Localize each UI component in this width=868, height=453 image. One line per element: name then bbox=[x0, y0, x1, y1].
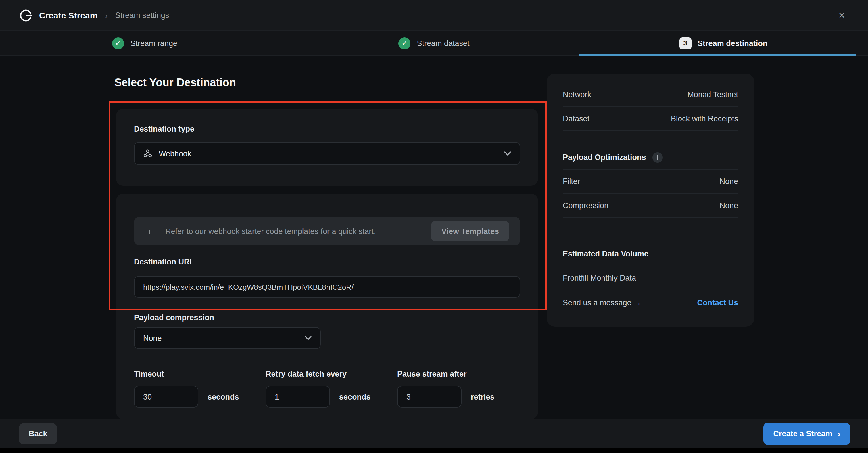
stream-summary-panel: Network Monad Testnet Dataset Block with… bbox=[547, 73, 754, 327]
step-number-badge: 3 bbox=[679, 37, 691, 49]
payload-compression-label: Payload compression bbox=[134, 313, 214, 322]
pause-input[interactable] bbox=[397, 386, 462, 407]
timeout-input[interactable] bbox=[134, 386, 198, 407]
app-window: Create Stream › Stream settings × ✓ Stre… bbox=[0, 0, 868, 453]
retry-unit: seconds bbox=[339, 392, 371, 401]
close-icon[interactable]: × bbox=[839, 10, 845, 21]
steps-bar: ✓ Stream range ✓ Stream dataset 3 Stream… bbox=[0, 31, 868, 56]
summary-row-dataset: Dataset Block with Receipts bbox=[563, 107, 738, 131]
destination-settings-card: i Refer to our webhook starter code temp… bbox=[116, 194, 538, 419]
destination-type-value: Webhook bbox=[159, 149, 191, 158]
step-label: Stream destination bbox=[698, 39, 767, 48]
summary-label: Compression bbox=[563, 201, 609, 210]
app-header: Create Stream › Stream settings × bbox=[0, 0, 868, 31]
summary-label: Dataset bbox=[563, 114, 589, 123]
view-templates-button[interactable]: View Templates bbox=[431, 221, 509, 241]
pause-unit: retries bbox=[471, 392, 495, 401]
info-icon: i bbox=[148, 227, 150, 235]
payload-compression-value: None bbox=[143, 334, 162, 342]
bottom-edge bbox=[0, 448, 868, 453]
summary-label: Network bbox=[563, 90, 591, 99]
destination-type-select[interactable]: Webhook bbox=[134, 142, 520, 165]
check-icon: ✓ bbox=[112, 37, 124, 49]
breadcrumb-separator-icon: › bbox=[105, 11, 107, 20]
pause-label: Pause stream after bbox=[397, 370, 495, 378]
step-stream-range[interactable]: ✓ Stream range bbox=[0, 31, 289, 55]
summary-value: Block with Receipts bbox=[671, 114, 738, 123]
destination-url-label: Destination URL bbox=[134, 258, 194, 266]
create-stream-button[interactable]: Create a Stream › bbox=[764, 423, 850, 445]
destination-url-input[interactable] bbox=[134, 276, 520, 298]
summary-label: Send us a message → bbox=[563, 298, 641, 307]
summary-row-contact: Send us a message → Contact Us bbox=[563, 290, 738, 314]
step-label: Stream dataset bbox=[417, 39, 469, 48]
chevron-down-icon bbox=[504, 151, 511, 156]
info-banner: i Refer to our webhook starter code temp… bbox=[134, 217, 520, 245]
destination-type-label: Destination type bbox=[134, 125, 520, 133]
footer-bar: Back Create a Stream › bbox=[0, 419, 868, 448]
page-heading: Select Your Destination bbox=[114, 77, 236, 89]
payload-optimizations-header: Payload Optimizations i bbox=[563, 146, 738, 170]
info-banner-text: Refer to our webhook starter code templa… bbox=[165, 227, 376, 235]
check-icon: ✓ bbox=[398, 37, 410, 49]
timeout-label: Timeout bbox=[134, 370, 239, 378]
summary-value: Monad Testnet bbox=[687, 90, 738, 99]
info-icon[interactable]: i bbox=[652, 152, 663, 162]
step-label: Stream range bbox=[130, 39, 178, 48]
retry-group: Retry data fetch every seconds bbox=[266, 370, 371, 407]
summary-label: Frontfill Monthly Data bbox=[563, 274, 636, 282]
chevron-down-icon bbox=[305, 336, 312, 340]
summary-row-network: Network Monad Testnet bbox=[563, 83, 738, 107]
create-stream-label: Create a Stream bbox=[773, 429, 832, 438]
webhook-icon bbox=[143, 149, 152, 158]
section-title: Payload Optimizations bbox=[563, 153, 646, 161]
summary-row-filter: Filter None bbox=[563, 170, 738, 194]
chevron-right-icon: › bbox=[838, 429, 840, 438]
breadcrumb: Stream settings bbox=[115, 11, 169, 20]
page-title: Create Stream bbox=[39, 10, 97, 20]
contact-us-link[interactable]: Contact Us bbox=[697, 298, 738, 307]
destination-type-card: Destination type Webhook bbox=[116, 109, 538, 186]
payload-compression-select[interactable]: None bbox=[134, 327, 321, 349]
step-stream-dataset[interactable]: ✓ Stream dataset bbox=[289, 31, 579, 55]
pause-group: Pause stream after retries bbox=[397, 370, 495, 407]
section-title: Estimated Data Volume bbox=[563, 249, 648, 258]
summary-label: Filter bbox=[563, 177, 580, 186]
retry-label: Retry data fetch every bbox=[266, 370, 371, 378]
step-stream-destination[interactable]: 3 Stream destination bbox=[579, 31, 868, 55]
app-logo-icon bbox=[19, 8, 33, 22]
summary-value: None bbox=[719, 201, 738, 210]
timeout-unit: seconds bbox=[208, 392, 239, 401]
estimated-data-volume-header: Estimated Data Volume bbox=[563, 242, 738, 266]
summary-row-compression: Compression None bbox=[563, 194, 738, 218]
back-button[interactable]: Back bbox=[19, 423, 57, 444]
timeout-group: Timeout seconds bbox=[134, 370, 239, 407]
retry-input[interactable] bbox=[266, 386, 330, 407]
summary-value: None bbox=[719, 177, 738, 186]
summary-row-frontfill: Frontfill Monthly Data bbox=[563, 266, 738, 290]
